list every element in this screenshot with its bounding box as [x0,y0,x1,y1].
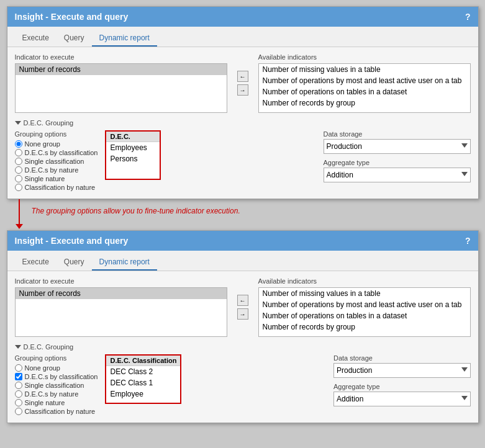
tab-query-2[interactable]: Query [57,254,92,271]
dec-content-2: Grouping options None group D.E.C.s by c… [15,354,471,415]
triangle-icon-2 [15,345,21,349]
dec-section-2: D.E.C. Grouping Grouping options None gr… [15,343,471,415]
arrow-right-btn-1[interactable]: → [237,84,248,96]
avail-item-1-2[interactable]: Number of operations by most and least a… [259,75,470,86]
dialog-1-help[interactable]: ? [465,12,471,22]
radio-none-group-1[interactable]: None group [15,140,98,148]
radio-class-nature-1[interactable]: Classification by nature [15,184,98,191]
dec-content-1: Grouping options None group D.E.C.s by c… [15,130,471,191]
radio-single-classification-input-1[interactable] [15,158,22,165]
grouping-label-2: Grouping options [15,354,98,362]
storage-label-1: Data storage [324,130,471,138]
dec-header-1: D.E.C. Grouping [15,119,471,127]
available-listbox-1[interactable]: Number of missing values in a table Numb… [258,63,471,113]
indicator-item-selected-2[interactable]: Number of records [16,288,227,299]
dec-title-2: D.E.C. Grouping [24,343,74,351]
avail-item-2-3[interactable]: Number of operations on tables in a data… [259,310,470,321]
avail-item-2-1[interactable]: Number of missing values in a table [259,288,470,299]
arrow-col-1: ← → [235,53,251,113]
dialog-2-tabs: Execute Query Dynamic report [7,251,478,271]
radio-single-classification-2[interactable]: Single classification [15,382,98,389]
arrow-left-btn-1[interactable]: ← [237,71,248,82]
dialog-2-header: Insight - Execute and query ? [7,231,478,251]
data-storage-col-2: Data storage Production Aggregate type A… [333,354,471,415]
dec-title-1: D.E.C. Grouping [24,119,74,127]
available-col-1: Available indicators Number of missing v… [258,53,471,113]
dec-item-persons-1[interactable]: Persons [106,153,160,164]
dec-item-employees-1[interactable]: Employees [106,142,160,153]
dec-item-class1-2[interactable]: DEC Class 1 [106,377,180,388]
dialog-2-title: Insight - Execute and query [15,236,465,246]
grouping-options-col-1: Grouping options None group D.E.C.s by c… [15,130,98,191]
radio-dec-nature-1[interactable]: D.E.C.s by nature [15,166,98,174]
data-storage-section-2: Data storage Production [333,354,471,378]
radio-dec-classification-1[interactable]: D.E.C.s by classification [15,149,98,156]
radio-dec-nature-input-2[interactable] [15,390,22,398]
data-storage-section-1: Data storage Production [324,130,471,154]
grouping-options-col-2: Grouping options None group D.E.C.s by c… [15,354,98,415]
check-dec-classification-2[interactable]: D.E.C.s by classification [15,373,98,380]
radio-single-classification-1[interactable]: Single classification [15,158,98,165]
radio-class-nature-input-2[interactable] [15,408,22,415]
tab-execute-2[interactable]: Execute [15,254,57,271]
avail-item-1-4[interactable]: Number of records by group [259,97,470,109]
tab-query-1[interactable]: Query [57,30,92,47]
indicator-col-1: Indicator to execute Number of records [15,53,227,113]
radio-single-nature-1[interactable]: Single nature [15,175,98,182]
dec-list-col-2: D.E.C. Classification DEC Class 2 DEC Cl… [105,354,181,415]
available-col-2: Available indicators Number of missing v… [258,277,471,337]
arrow-left-btn-2[interactable]: ← [237,295,248,306]
radio-dec-nature-input-1[interactable] [15,166,22,174]
tab-execute-1[interactable]: Execute [15,30,57,47]
arrow-right-btn-2[interactable]: → [237,308,248,320]
dec-listbox-2[interactable]: D.E.C. Classification DEC Class 2 DEC Cl… [105,354,181,404]
tab-dynamic-report-1[interactable]: Dynamic report [92,30,157,47]
dialog-2-help[interactable]: ? [465,236,471,246]
dialog-2: Insight - Execute and query ? Execute Qu… [7,230,479,423]
aggregate-select-2[interactable]: Addition [333,392,471,406]
indicator-label-1: Indicator to execute [15,53,227,61]
radio-class-nature-2[interactable]: Classification by nature [15,408,98,415]
check-dec-classification-input-2[interactable] [15,373,22,380]
dec-item-employee-2[interactable]: Employee [106,388,180,400]
dialog-1-content: Indicator to execute Number of records ←… [7,47,478,199]
radio-single-nature-input-1[interactable] [15,175,22,182]
tab-dynamic-report-2[interactable]: Dynamic report [92,254,157,271]
avail-item-1-3[interactable]: Number of operations on tables in a data… [259,86,470,97]
avail-item-2-4[interactable]: Number of records by group [259,321,470,333]
dialog-1-title: Insight - Execute and query [15,12,465,22]
dec-item-class2-2[interactable]: DEC Class 2 [106,366,180,377]
indicator-label-2: Indicator to execute [15,277,227,285]
indicator-item-selected-1[interactable]: Number of records [16,64,227,75]
data-storage-select-1[interactable]: Production [324,139,471,154]
storage-label-2: Data storage [333,354,471,362]
radio-class-nature-input-1[interactable] [15,184,22,191]
annotation-content: The grouping options allow you to fine-t… [32,207,240,215]
radio-none-group-input-2[interactable] [15,364,22,372]
radio-group-1: None group D.E.C.s by classification Sin… [15,140,98,191]
annotation-text: The grouping options allow you to fine-t… [32,207,240,215]
aggregate-select-1[interactable]: Addition [324,168,471,182]
red-line-down [19,199,20,225]
dec-listbox-1[interactable]: D.E.C. Employees Persons [105,130,161,180]
available-label-1: Available indicators [258,53,471,61]
radio-none-group-input-1[interactable] [15,140,22,148]
available-listbox-2[interactable]: Number of missing values in a table Numb… [258,287,471,337]
data-storage-select-2[interactable]: Production [333,363,471,378]
radio-single-classification-input-2[interactable] [15,382,22,389]
radio-dec-nature-2[interactable]: D.E.C.s by nature [15,390,98,398]
indicator-listbox-1[interactable]: Number of records [15,63,227,113]
radio-none-group-2[interactable]: None group [15,364,98,372]
aggregate-label-2: Aggregate type [333,383,471,390]
avail-item-1-1[interactable]: Number of missing values in a table [259,64,470,75]
radio-single-nature-2[interactable]: Single nature [15,399,98,406]
avail-item-2-2[interactable]: Number of operations by most and least a… [259,299,470,310]
radio-dec-classification-input-1[interactable] [15,149,22,156]
dialog-2-content: Indicator to execute Number of records ←… [7,271,478,423]
indicator-listbox-2[interactable]: Number of records [15,287,227,337]
radio-single-nature-input-2[interactable] [15,399,22,406]
aggregate-section-2: Aggregate type Addition [333,383,471,406]
triangle-icon-1 [15,121,21,125]
dialog-1: Insight - Execute and query ? Execute Qu… [7,6,479,199]
arrow-col-2: ← → [235,277,251,337]
